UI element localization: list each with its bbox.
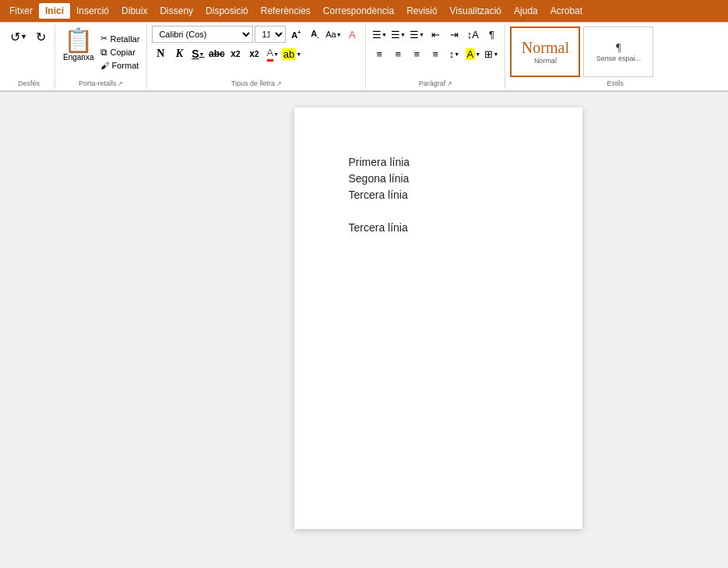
menu-fitxer[interactable]: Fitxer: [3, 3, 39, 19]
style-nospace-box[interactable]: ¶ Sense espai...: [583, 26, 653, 77]
numbering-button[interactable]: ☰ ▼: [389, 26, 406, 43]
subscript-button[interactable]: x2: [227, 45, 244, 62]
increase-indent-button[interactable]: ⇥: [445, 26, 462, 43]
font-family-select[interactable]: Calibri (Cos): [152, 26, 253, 43]
menu-revisio[interactable]: Revisió: [400, 3, 443, 19]
highlight-button[interactable]: ab ▼: [283, 45, 300, 62]
borders-button[interactable]: ⊞ ▼: [483, 45, 500, 62]
justify-button[interactable]: ≡: [427, 45, 444, 62]
styles-group-label: Estils: [510, 78, 720, 87]
underline-button[interactable]: S ▼: [189, 45, 206, 62]
undo-button[interactable]: ↺ ▼: [8, 26, 30, 48]
paste-button[interactable]: 📋 Enganxa: [60, 26, 97, 78]
menu-inici[interactable]: Inici: [39, 3, 70, 19]
change-case-dropdown-icon: ▼: [336, 32, 342, 37]
decrease-indent-icon: ⇤: [431, 29, 440, 41]
font-expand-icon[interactable]: ↗: [276, 80, 282, 87]
line-spacing-button[interactable]: ↕ ▼: [445, 45, 462, 62]
bullets-button[interactable]: ☰ ▼: [371, 26, 388, 43]
justify-icon: ≡: [433, 48, 439, 60]
font-group-label: Tipus de lletra ↗: [152, 78, 360, 87]
sort-button[interactable]: ↕A: [464, 26, 481, 43]
paragraph-group: ☰ ▼ ☰ ▼ ☰ ▼ ⇤: [366, 24, 505, 89]
bullets-icon: ☰: [372, 29, 382, 41]
menu-acrobat[interactable]: Acrobat: [544, 3, 589, 19]
document-area: Primera línia Segona línia Tercera línia…: [0, 92, 728, 545]
cut-label: Retallar: [110, 34, 139, 44]
multilevel-button[interactable]: ☰ ▼: [408, 26, 425, 43]
multilevel-icon: ☰: [410, 29, 419, 41]
paragraph-group-label: Paràgraf ↗: [371, 78, 500, 87]
style-normal-text: Normal: [522, 39, 569, 57]
font-row1: Calibri (Cos) 11 A+ A- Aa: [152, 26, 360, 43]
ribbon: ↺ ▼ ↻ Desfés 📋 Enganxa: [0, 22, 728, 92]
borders-icon: ⊞: [484, 48, 493, 60]
strikethrough-button[interactable]: abc: [208, 45, 225, 62]
paragraph-expand-icon[interactable]: ↗: [447, 80, 452, 87]
menu-disposicio[interactable]: Disposició: [199, 3, 255, 19]
clear-format-button[interactable]: A: [343, 26, 360, 43]
clipboard-group: 📋 Enganxa ✂ Retallar ⧉ Copiar 🖌 Fo: [55, 24, 147, 89]
copy-button[interactable]: ⧉ Copiar: [98, 46, 142, 58]
menu-ajuda[interactable]: Ajuda: [508, 3, 544, 19]
font-color-dropdown-icon: ▼: [273, 51, 279, 57]
menu-visualitzacio[interactable]: Visualització: [444, 3, 508, 19]
font-size-select[interactable]: 11: [255, 26, 286, 43]
menu-bar: Fitxer Inici Inserció Dibuix Disseny Dis…: [0, 0, 728, 22]
paste-icon: 📋: [64, 27, 93, 53]
bold-button[interactable]: N: [152, 45, 169, 62]
font-row2: N K S ▼ abc x2 x2 A ▼: [152, 45, 360, 62]
menu-correspondencia[interactable]: Correspondència: [317, 3, 400, 19]
bullets-dropdown-icon: ▼: [382, 32, 387, 37]
para-row2: ≡ ≡ ≡ ≡ ↕ ▼: [371, 45, 500, 62]
font-color-icon: A: [267, 47, 274, 62]
menu-referencies[interactable]: Referències: [255, 3, 317, 19]
underline-icon: S: [192, 48, 199, 60]
clipboard-expand-icon[interactable]: ↗: [118, 80, 123, 87]
copy-label: Copiar: [110, 48, 135, 57]
increase-indent-icon: ⇥: [450, 29, 459, 41]
decrease-font-button[interactable]: A-: [306, 26, 323, 43]
borders-dropdown-icon: ▼: [493, 51, 498, 57]
align-right-icon: ≡: [414, 48, 420, 60]
style-nospace-text: ¶: [616, 42, 621, 55]
highlight-dropdown-icon: ▼: [296, 51, 301, 57]
pilcrow-icon: ¶: [489, 29, 494, 41]
clipboard-group-label: Porta-retalls ↗: [60, 78, 142, 87]
align-center-button[interactable]: ≡: [389, 45, 406, 62]
paste-label: Enganxa: [63, 53, 93, 62]
cut-button[interactable]: ✂ Retallar: [98, 33, 142, 44]
decrease-font-icon: A-: [311, 29, 318, 40]
line-spacing-dropdown-icon: ▼: [454, 51, 459, 57]
menu-insercio[interactable]: Inserció: [70, 3, 115, 19]
align-right-button[interactable]: ≡: [408, 45, 425, 62]
styles-group: Normal Normal ¶ Sense espai... Estils: [505, 24, 725, 89]
sort-icon: ↕A: [467, 29, 479, 41]
document-page[interactable]: Primera línia Segona línia Tercera línia…: [294, 108, 582, 529]
change-case-button[interactable]: Aa ▼: [325, 26, 342, 43]
superscript-button[interactable]: x2: [245, 45, 262, 62]
font-color-button[interactable]: A ▼: [264, 45, 281, 62]
highlight-icon: ab: [282, 48, 296, 60]
undo-dropdown-icon[interactable]: ▼: [20, 33, 27, 41]
align-left-button[interactable]: ≡: [371, 45, 388, 62]
pilcrow-button[interactable]: ¶: [483, 26, 500, 43]
underline-dropdown-icon: ▼: [199, 51, 205, 57]
menu-dibuix[interactable]: Dibuix: [115, 3, 153, 19]
redo-button[interactable]: ↻: [31, 26, 50, 48]
format-painter-button[interactable]: 🖌 Format: [98, 60, 142, 71]
clear-format-icon: A: [349, 29, 356, 41]
doc-line-3: Tercera línia: [349, 187, 528, 203]
style-normal-box[interactable]: Normal Normal: [510, 26, 580, 77]
increase-font-button[interactable]: A+: [287, 26, 304, 43]
menu-disseny[interactable]: Disseny: [153, 3, 199, 19]
shading-button[interactable]: A ▼: [464, 45, 481, 62]
numbering-icon: ☰: [391, 29, 400, 41]
style-nospace-label: Sense espai...: [596, 55, 641, 62]
italic-button[interactable]: K: [171, 45, 188, 62]
copy-icon: ⧉: [100, 47, 107, 58]
shading-dropdown-icon: ▼: [475, 51, 480, 57]
undo-group: ↺ ▼ ↻ Desfés: [3, 24, 55, 89]
decrease-indent-button[interactable]: ⇤: [427, 26, 444, 43]
format-painter-label: Format: [111, 61, 139, 70]
